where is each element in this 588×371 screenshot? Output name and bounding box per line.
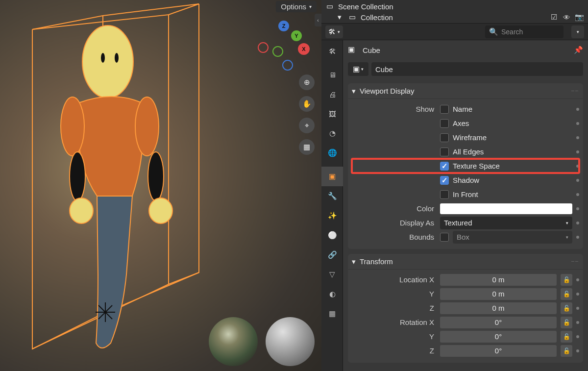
right-area: ▭ Scene Collection ▾ ▭ Collection ☑ 👁 📷 …	[321, 0, 588, 371]
pan-button[interactable]: ✋	[299, 96, 315, 112]
matcap-preview-sphere[interactable]	[266, 317, 315, 366]
animate-dot[interactable]	[576, 108, 579, 111]
mesh-data-tab-icon[interactable]: ▽	[321, 265, 343, 284]
rotation-z-field[interactable]: 0°	[440, 345, 557, 357]
modifiers-tab-icon[interactable]: 🔧	[321, 186, 343, 206]
constraints-tab-icon[interactable]: 🔗	[321, 245, 343, 265]
orbit-button[interactable]: ⌖	[299, 118, 315, 133]
collection-icon: ▭	[348, 13, 357, 22]
show-wireframe-row: Wireframe	[352, 130, 579, 145]
collapse-region-handle[interactable]: ‹	[315, 14, 321, 26]
object-tab-icon[interactable]: ▣	[321, 167, 343, 186]
material-tab-icon[interactable]: ◐	[321, 284, 343, 304]
tool-tab-icon[interactable]: 🛠	[321, 41, 343, 61]
animate-dot[interactable]	[576, 293, 579, 296]
animate-dot[interactable]	[576, 165, 579, 168]
animate-dot[interactable]	[576, 122, 579, 125]
filter-dropdown[interactable]: ▾	[571, 25, 584, 38]
rotation-y-label: Y	[352, 332, 440, 341]
show-in-front-checkbox[interactable]	[440, 190, 449, 199]
exclude-toggle-icon[interactable]: ☑	[549, 12, 559, 22]
animate-dot[interactable]	[576, 179, 579, 182]
animate-dot[interactable]	[576, 150, 579, 153]
axis-y-gizmo[interactable]: Y	[291, 30, 302, 41]
breadcrumb-object: Cube	[363, 46, 380, 54]
properties-search-input[interactable]	[501, 28, 560, 36]
show-axes-row: Axes	[352, 116, 579, 130]
physics-tab-icon[interactable]: ⚪	[321, 225, 343, 245]
rotation-x-label: Rotation X	[352, 318, 440, 326]
properties-search[interactable]: 🔍	[485, 25, 564, 38]
animate-dot[interactable]	[576, 236, 579, 239]
show-all-edges-checkbox[interactable]	[440, 148, 449, 156]
location-z-field[interactable]: 0 m	[440, 302, 557, 314]
animate-dot[interactable]	[576, 136, 579, 139]
location-y-field[interactable]: 0 m	[440, 288, 557, 300]
render-camera-icon[interactable]: 📷	[574, 12, 584, 22]
location-x-field[interactable]: 0 m	[440, 274, 557, 286]
3d-viewport[interactable]: Options ▾ ‹ X Y Z ⊕ ✋ ⌖ ▦	[0, 0, 321, 371]
pin-icon[interactable]: 📌	[574, 46, 583, 54]
axis-z-gizmo[interactable]: Z	[278, 21, 289, 31]
animate-dot[interactable]	[576, 278, 579, 281]
render-tab-icon[interactable]: 🖥	[321, 65, 343, 84]
object-name-input[interactable]: Cube	[371, 62, 583, 76]
view-layer-tab-icon[interactable]: 🖼	[321, 104, 343, 124]
show-label: Show	[352, 105, 440, 113]
bounds-row: Bounds Box ▾	[352, 230, 579, 244]
persp-button[interactable]: ▦	[299, 139, 315, 155]
color-row: Color	[352, 201, 579, 216]
lock-icon[interactable]: 🔓	[561, 302, 572, 314]
animate-dot[interactable]	[576, 321, 579, 324]
show-texture-space-checkbox[interactable]: ✓	[440, 162, 449, 171]
lock-icon[interactable]: 🔓	[561, 288, 572, 300]
bounds-type-dropdown[interactable]: Box ▾	[453, 231, 572, 244]
scene-tab-icon[interactable]: ◔	[321, 124, 343, 143]
lock-icon[interactable]: 🔓	[561, 317, 572, 328]
panel-drag-handle[interactable]: ┄┄	[571, 88, 579, 94]
color-swatch[interactable]	[440, 203, 572, 214]
show-wireframe-label: Wireframe	[453, 133, 487, 142]
axis-neg-z-gizmo[interactable]	[282, 60, 293, 71]
panel-drag-handle[interactable]: ┄┄	[571, 259, 579, 264]
axis-neg-x-gizmo[interactable]	[258, 42, 269, 53]
chevron-down-icon[interactable]: ▾	[335, 13, 344, 22]
axis-neg-y-gizmo[interactable]	[272, 46, 283, 57]
outliner-scene-collection-row[interactable]: ▭ Scene Collection	[325, 1, 584, 12]
animate-dot[interactable]	[576, 207, 579, 210]
editor-type-dropdown[interactable]: 🛠▾	[325, 25, 343, 38]
object-datablock-dropdown[interactable]: ▣▾	[348, 62, 368, 76]
texture-tab-icon[interactable]: ▦	[321, 304, 343, 323]
properties-tab-column: 🛠 🖥 🖨 🖼 ◔ 🌐 ▣ 🔧 ✨ ⚪ 🔗 ▽ ◐ ▦	[321, 40, 343, 371]
visibility-eye-icon[interactable]: 👁	[562, 12, 571, 22]
world-tab-icon[interactable]: 🌐	[321, 143, 343, 163]
output-tab-icon[interactable]: 🖨	[321, 84, 343, 104]
show-axes-checkbox[interactable]	[440, 119, 449, 128]
particles-tab-icon[interactable]: ✨	[321, 206, 343, 225]
show-wireframe-checkbox[interactable]	[440, 133, 449, 142]
zoom-button[interactable]: ⊕	[299, 74, 315, 90]
animate-dot[interactable]	[576, 335, 579, 338]
options-dropdown[interactable]: Options ▾	[276, 1, 317, 12]
outliner-collection-row[interactable]: ▾ ▭ Collection ☑ 👁 📷	[325, 12, 584, 23]
lock-icon[interactable]: 🔓	[561, 345, 572, 357]
show-shadow-checkbox[interactable]: ✓	[440, 176, 449, 185]
pan-icon: ✋	[302, 99, 312, 108]
bounds-checkbox[interactable]	[440, 233, 449, 242]
animate-dot[interactable]	[576, 349, 579, 352]
show-name-checkbox[interactable]	[440, 105, 449, 114]
rotation-y-field[interactable]: 0°	[440, 331, 557, 343]
animate-dot[interactable]	[576, 307, 579, 310]
rotation-x-field[interactable]: 0°	[440, 317, 557, 328]
svg-point-4	[135, 97, 159, 156]
lock-icon[interactable]: 🔓	[561, 274, 572, 286]
animate-dot[interactable]	[576, 193, 579, 196]
viewport-display-header[interactable]: ▾ Viewport Display ┄┄	[348, 83, 583, 99]
transform-header[interactable]: ▾ Transform ┄┄	[348, 254, 583, 270]
lock-icon[interactable]: 🔓	[561, 331, 572, 343]
display-as-dropdown[interactable]: Textured ▾	[440, 217, 572, 229]
axis-x-gizmo[interactable]: X	[298, 43, 310, 55]
hdri-preview-sphere[interactable]	[209, 317, 258, 366]
show-in-front-row: In Front	[352, 187, 579, 201]
animate-dot[interactable]	[576, 222, 579, 224]
